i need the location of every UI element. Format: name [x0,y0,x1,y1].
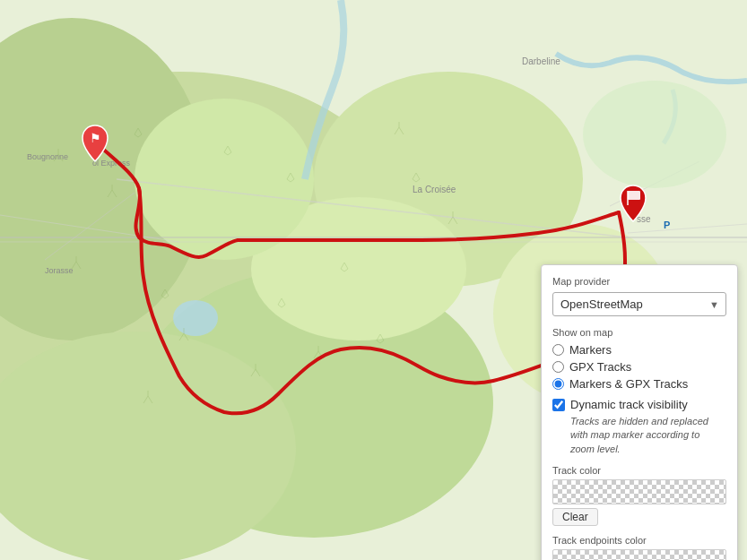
map-provider-dropdown-wrapper: OpenStreetMap Google Maps Bing Maps ▼ [552,292,726,316]
radio-gpx-tracks-input[interactable] [552,361,564,373]
svg-text:P: P [664,220,670,230]
map-container: Darbeline Bougnonne ol Express La Croisé… [0,0,747,560]
dynamic-track-checkbox-label[interactable]: Dynamic track visibility [552,398,726,411]
radio-markers-gpx-input[interactable] [552,378,564,390]
svg-text:Darbeline: Darbeline [522,56,560,66]
radio-gpx-tracks-label: GPX Tracks [569,360,631,374]
settings-panel: Map provider OpenStreetMap Google Maps B… [541,264,738,560]
radio-gpx-tracks[interactable]: GPX Tracks [552,360,726,374]
radio-markers-gpx-label: Markers & GPX Tracks [569,377,688,391]
svg-text:⚑: ⚑ [90,131,101,145]
svg-point-20 [583,81,726,188]
endpoints-color-swatch[interactable] [552,549,726,560]
radio-markers-input[interactable] [552,344,564,356]
endpoints-color-label: Track endpoints color [552,535,726,546]
svg-rect-29 [628,191,640,200]
clear-track-color-button[interactable]: Clear [552,508,598,526]
svg-text:Jorasse: Jorasse [45,266,74,275]
dynamic-track-label: Dynamic track visibility [570,398,688,411]
radio-markers[interactable]: Markers [552,343,726,357]
show-on-map-label: Show on map [552,327,726,338]
start-marker: ⚑ [79,124,111,166]
svg-point-9 [173,300,218,336]
dynamic-track-checkbox[interactable] [552,399,565,411]
radio-markers-label: Markers [569,343,612,357]
svg-text:La Croisée: La Croisée [413,185,456,194]
svg-text:Bougnonne: Bougnonne [27,152,68,161]
dynamic-track-description: Tracks are hidden and replaced with map … [570,415,726,456]
end-marker [617,184,649,226]
map-provider-label: Map provider [552,276,726,287]
map-provider-dropdown[interactable]: OpenStreetMap Google Maps Bing Maps [552,292,726,316]
track-color-label: Track color [552,465,726,476]
radio-markers-gpx[interactable]: Markers & GPX Tracks [552,377,726,391]
show-on-map-radio-group: Markers GPX Tracks Markers & GPX Tracks [552,343,726,391]
track-color-swatch[interactable] [552,479,726,504]
